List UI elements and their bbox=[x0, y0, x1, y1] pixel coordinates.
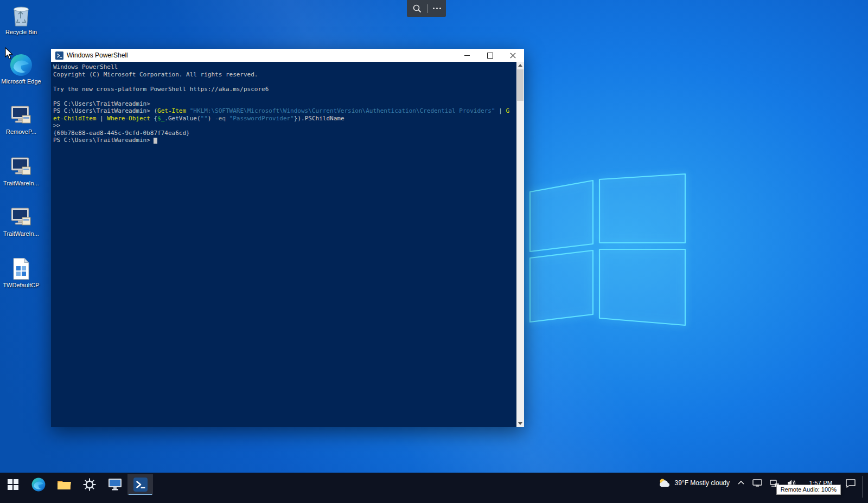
console-cursor bbox=[154, 138, 157, 144]
document-icon bbox=[12, 256, 30, 280]
notification-center-button[interactable] bbox=[841, 476, 860, 490]
chevron-up-icon bbox=[737, 480, 745, 486]
desktop-icon-label: TraitWareIn... bbox=[3, 180, 39, 186]
file-explorer-icon bbox=[57, 479, 71, 491]
taskbar-settings-button[interactable] bbox=[76, 474, 102, 495]
desktop-icon-twdefaultcp[interactable]: TWDefaultCP bbox=[0, 256, 42, 288]
scroll-down-icon[interactable] bbox=[518, 422, 522, 425]
powershell-titlebar[interactable]: Windows PowerShell bbox=[51, 49, 524, 62]
tray-overflow-button[interactable] bbox=[733, 476, 749, 490]
taskbar-apps bbox=[0, 474, 153, 495]
close-button[interactable] bbox=[501, 49, 524, 62]
installer-icon bbox=[10, 154, 33, 178]
weather-text: 39°F Mostly cloudy bbox=[674, 479, 730, 487]
desktop-icon-traitware-2[interactable]: TraitWareIn... bbox=[0, 205, 42, 237]
toolbar-separator bbox=[427, 4, 427, 13]
taskbar-file-explorer-button[interactable] bbox=[51, 474, 76, 495]
desktop-icon-recycle-bin[interactable]: Recycle Bin bbox=[0, 3, 42, 35]
maximize-button[interactable] bbox=[478, 49, 501, 62]
scrollbar[interactable] bbox=[516, 62, 524, 427]
desktop-icon-label: TraitWareIn... bbox=[3, 230, 39, 237]
scroll-up-icon[interactable] bbox=[518, 64, 522, 67]
taskbar-remote-desktop-button[interactable] bbox=[102, 474, 127, 495]
taskbar: 39°F Mostly cloudy bbox=[0, 473, 868, 503]
start-button[interactable] bbox=[0, 474, 25, 495]
magnifier-icon[interactable] bbox=[412, 4, 422, 14]
windows-logo-wallpaper bbox=[529, 172, 687, 335]
edge-icon bbox=[31, 478, 46, 492]
console-output[interactable]: Windows PowerShellCopyright (C) Microsof… bbox=[51, 62, 516, 427]
window-title: Windows PowerShell bbox=[67, 51, 456, 59]
remote-desktop-icon bbox=[108, 478, 122, 491]
tray-remote-session[interactable] bbox=[749, 476, 766, 490]
mouse-cursor bbox=[5, 47, 14, 60]
window-controls bbox=[456, 49, 524, 62]
desktop-icon-label: Microsoft Edge bbox=[1, 78, 41, 85]
show-desktop-button[interactable] bbox=[862, 476, 865, 498]
minimize-icon bbox=[464, 55, 470, 56]
notification-icon bbox=[845, 479, 856, 488]
desktop-icon-label: RemoveP... bbox=[6, 128, 36, 135]
remote-viewer-toolbar bbox=[407, 0, 446, 17]
installer-icon bbox=[10, 103, 33, 127]
installer-icon bbox=[10, 205, 33, 229]
scrollbar-thumb[interactable] bbox=[517, 69, 524, 101]
close-icon bbox=[510, 53, 516, 59]
recycle-bin-icon bbox=[11, 3, 31, 27]
more-icon[interactable] bbox=[433, 8, 441, 9]
settings-icon bbox=[83, 478, 96, 491]
taskbar-edge-button[interactable] bbox=[25, 474, 51, 495]
taskbar-powershell-button[interactable] bbox=[127, 474, 153, 495]
desktop-icon-removep[interactable]: RemoveP... bbox=[0, 103, 42, 135]
windows-logo-icon bbox=[8, 479, 18, 490]
desktop-icon-traitware-1[interactable]: TraitWareIn... bbox=[0, 154, 42, 186]
desktop-icon-label: Recycle Bin bbox=[5, 29, 37, 35]
powershell-window-icon bbox=[55, 51, 63, 60]
weather-cloud-icon bbox=[658, 478, 671, 488]
powershell-icon bbox=[133, 478, 148, 492]
weather-widget[interactable]: 39°F Mostly cloudy bbox=[654, 476, 733, 490]
remote-session-icon bbox=[752, 479, 762, 487]
minimize-button[interactable] bbox=[456, 49, 478, 62]
desktop-icon-label: TWDefaultCP bbox=[3, 282, 39, 288]
remote-audio-tooltip: Remote Audio: 100% bbox=[776, 485, 841, 495]
powershell-window: Windows PowerShell Windows PowerShellCop… bbox=[51, 49, 524, 427]
maximize-icon bbox=[487, 53, 493, 59]
